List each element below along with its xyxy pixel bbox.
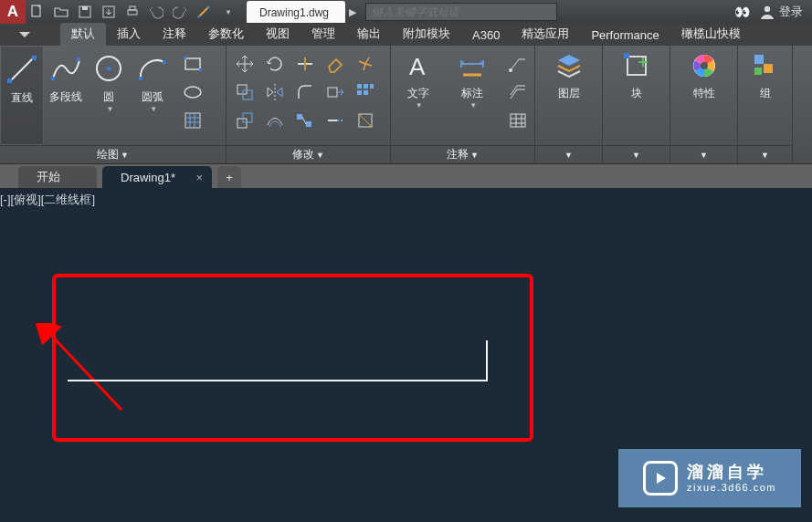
tool-stretch[interactable] xyxy=(322,79,348,105)
qat-open-icon[interactable] xyxy=(50,2,72,22)
svg-rect-22 xyxy=(185,113,200,128)
tool-layer[interactable]: 图层 xyxy=(542,46,596,145)
panel-properties-title[interactable]: ▼ xyxy=(670,145,737,163)
ribbon-tab-insert[interactable]: 插入 xyxy=(106,23,152,46)
user-icon[interactable] xyxy=(759,4,775,20)
panel-modify-title[interactable]: 修改▼ xyxy=(227,145,390,163)
svg-rect-25 xyxy=(328,88,337,97)
group-icon xyxy=(751,51,780,80)
tool-rectangle[interactable] xyxy=(180,51,206,77)
svg-rect-18 xyxy=(185,58,200,69)
tool-hatch[interactable] xyxy=(180,108,206,133)
tool-erase[interactable] xyxy=(322,51,348,77)
qat-measure-icon[interactable] xyxy=(193,2,215,22)
doc-nav-icon[interactable]: ▶ xyxy=(349,6,356,18)
tool-copy[interactable] xyxy=(232,79,258,105)
panel-layer-title[interactable]: ▼ xyxy=(535,145,602,163)
tool-explode[interactable] xyxy=(353,51,378,77)
ribbon-tab-annotate[interactable]: 注释 xyxy=(152,23,197,46)
dimension-icon xyxy=(458,51,487,80)
qat-new-icon[interactable] xyxy=(26,2,48,22)
tool-arc[interactable]: 圆弧▼ xyxy=(131,46,174,145)
tool-extend[interactable] xyxy=(322,108,348,133)
panel-group-title[interactable]: ▼ xyxy=(738,145,792,163)
qat-save-icon[interactable] xyxy=(74,2,96,22)
qat-saveas-icon[interactable] xyxy=(98,2,120,22)
svg-point-42 xyxy=(701,62,708,69)
tool-scale[interactable] xyxy=(232,108,258,133)
panel-draw-title[interactable]: 绘图▼ xyxy=(0,145,226,163)
svg-rect-12 xyxy=(51,77,55,80)
tool-mirror[interactable] xyxy=(262,79,288,105)
color-wheel-icon xyxy=(690,51,719,80)
binoculars-icon[interactable]: 👀 xyxy=(734,5,750,19)
tool-offset[interactable] xyxy=(262,108,288,133)
svg-rect-44 xyxy=(764,64,773,73)
tool-polyline[interactable]: 多段线 xyxy=(44,46,88,145)
qat-redo-icon[interactable] xyxy=(169,2,191,22)
ribbon-tab-manage[interactable]: 管理 xyxy=(301,23,346,46)
svg-rect-28 xyxy=(370,84,374,89)
tool-table[interactable] xyxy=(505,108,531,133)
svg-rect-10 xyxy=(7,78,12,83)
tool-circle[interactable]: 圆▼ xyxy=(88,46,132,145)
file-tab-drawing1[interactable]: Drawing1* × xyxy=(102,166,212,188)
svg-line-9 xyxy=(10,57,34,81)
watermark-brand: 溜溜自学 xyxy=(687,463,776,483)
login-label[interactable]: 登录 xyxy=(779,4,803,20)
svg-rect-45 xyxy=(754,68,762,75)
svg-rect-20 xyxy=(199,68,202,71)
app-menu-button[interactable]: A xyxy=(0,0,26,24)
drawing-canvas[interactable]: [-][俯视][二维线框] 溜溜自学 zixue.3d66.com xyxy=(0,188,812,522)
svg-rect-2 xyxy=(82,6,88,10)
layer-icon xyxy=(554,51,584,80)
panel-properties: 特性 ▼ xyxy=(670,46,738,163)
watermark: 溜溜自学 zixue.3d66.com xyxy=(618,449,801,507)
tool-dimension[interactable]: 标注▼ xyxy=(446,46,501,145)
ribbon-tab-parametric[interactable]: 参数化 xyxy=(197,23,255,46)
tool-line[interactable]: 直线 xyxy=(0,46,44,145)
panel-draw: 直线 多段线 圆▼ 圆弧▼ 绘图▼ xyxy=(0,46,227,163)
viewport-label[interactable]: [-][俯视][二维线框] xyxy=(0,192,95,208)
qat-print-icon[interactable] xyxy=(121,2,143,22)
tool-trim[interactable] xyxy=(292,51,318,77)
tool-leader[interactable] xyxy=(505,51,531,77)
file-tab-new[interactable]: + xyxy=(217,166,241,188)
ribbon-tab-a360[interactable]: A360 xyxy=(461,26,511,46)
svg-rect-17 xyxy=(163,60,166,64)
svg-point-6 xyxy=(198,16,201,18)
tool-block[interactable]: 块 xyxy=(609,46,664,145)
tool-ellipse[interactable] xyxy=(180,79,206,105)
qat-undo-icon[interactable] xyxy=(145,2,167,22)
tool-rotate[interactable] xyxy=(262,51,288,77)
svg-rect-30 xyxy=(364,90,368,95)
tool-text[interactable]: A 文字▼ xyxy=(391,46,446,145)
tool-mleader[interactable] xyxy=(505,79,531,105)
ribbon-tab-addins[interactable]: 附加模块 xyxy=(392,23,461,46)
tool-fillet[interactable] xyxy=(292,79,318,105)
close-icon[interactable]: × xyxy=(195,171,203,184)
tool-array[interactable] xyxy=(353,79,378,105)
tool-move[interactable] xyxy=(232,51,258,77)
document-title: Drawing1.dwg xyxy=(259,6,329,19)
qat-dropdown-icon[interactable]: ▼ xyxy=(216,2,238,22)
file-tab-start[interactable]: 开始 xyxy=(18,166,97,188)
panel-block-title[interactable]: ▼ xyxy=(603,145,670,163)
svg-rect-15 xyxy=(107,67,111,70)
tool-align[interactable] xyxy=(292,108,318,133)
tool-group[interactable]: 组 xyxy=(740,46,791,145)
ribbon-tab-default[interactable]: 默认 xyxy=(60,23,106,46)
svg-rect-13 xyxy=(77,57,80,61)
ribbon-tab-output[interactable]: 输出 xyxy=(346,23,392,46)
tool-break[interactable] xyxy=(353,108,378,133)
app-menu-dropdown[interactable] xyxy=(0,24,49,46)
panel-annotation-title[interactable]: 注释▼ xyxy=(391,145,534,163)
search-input[interactable] xyxy=(365,3,557,21)
tool-properties[interactable]: 特性 xyxy=(677,46,732,145)
document-title-tab[interactable]: Drawing1.dwg xyxy=(247,1,345,23)
ribbon-tab-olive[interactable]: 橄榄山快模 xyxy=(670,23,752,46)
ribbon-tab-featured[interactable]: 精选应用 xyxy=(511,23,580,46)
block-icon xyxy=(622,51,651,80)
ribbon-tab-view[interactable]: 视图 xyxy=(255,23,301,46)
ribbon-tab-performance[interactable]: Performance xyxy=(580,26,670,46)
